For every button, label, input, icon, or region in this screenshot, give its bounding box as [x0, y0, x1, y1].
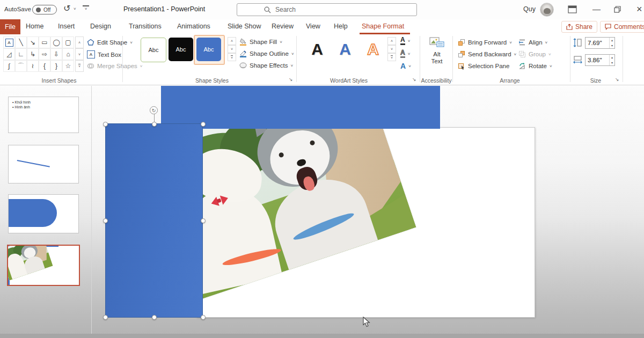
- text-outline-button[interactable]: A ˅: [400, 49, 410, 58]
- slide-thumbnail-1[interactable]: Khối hình Hình ảnh: [8, 97, 79, 133]
- user-avatar[interactable]: [540, 3, 554, 17]
- group-button[interactable]: Group˅: [518, 50, 551, 58]
- close-button[interactable]: ×: [636, 4, 642, 15]
- wordart-scroll-down-icon[interactable]: ˅: [387, 45, 396, 53]
- bring-forward-button[interactable]: Bring Forward˅: [458, 39, 512, 46]
- search-input[interactable]: Search: [237, 3, 417, 16]
- width-stepper[interactable]: ▴▾: [609, 55, 614, 65]
- shape-styles-dialog-launcher-icon[interactable]: ↘: [289, 77, 293, 82]
- share-button[interactable]: Share: [561, 21, 597, 33]
- gallery-star-icon[interactable]: ☆: [62, 60, 74, 72]
- send-backward-button[interactable]: Send Backward˅: [458, 50, 516, 58]
- tab-shape-format[interactable]: Shape Format: [362, 23, 404, 30]
- gallery-arc-icon[interactable]: ⌒: [15, 60, 27, 72]
- undo-dropdown-icon[interactable]: ˅: [74, 6, 76, 11]
- user-name[interactable]: Quy: [523, 5, 536, 13]
- thumbnail-panel-divider[interactable]: [91, 86, 92, 338]
- wordart-swatch-black[interactable]: A: [305, 38, 330, 61]
- tab-insert[interactable]: Insert: [58, 23, 75, 30]
- slide-thumbnail-2[interactable]: [8, 145, 79, 183]
- text-box-icon: A: [87, 50, 95, 58]
- gallery-scroll-up-icon[interactable]: ˄: [75, 36, 84, 48]
- text-fill-icon: A: [400, 36, 405, 45]
- shape-style-swatch-blue-selected[interactable]: Abc: [196, 38, 221, 61]
- gallery-oval-icon[interactable]: ◯: [50, 36, 62, 48]
- styles-more-icon[interactable]: ˅: [228, 53, 236, 61]
- shape-height-field[interactable]: ▴▾: [585, 37, 615, 49]
- slide-thumbnail-3[interactable]: [8, 194, 79, 233]
- edit-shape-button[interactable]: Edit Shape˅: [87, 39, 133, 46]
- wordart-more-icon[interactable]: ˅: [387, 53, 396, 61]
- quick-access-toolbar-icon[interactable]: ˅: [83, 5, 89, 11]
- merge-shapes-button[interactable]: Merge Shapes˅: [87, 62, 142, 70]
- minimize-button[interactable]: —: [592, 4, 601, 13]
- gallery-block-arrow-right-icon[interactable]: ⇨: [39, 48, 50, 60]
- gallery-pentagon-icon[interactable]: ⌂: [62, 48, 74, 60]
- resize-handle-mid-right[interactable]: [201, 218, 206, 223]
- height-stepper[interactable]: ▴▾: [609, 38, 614, 48]
- undo-icon[interactable]: ↺: [63, 3, 70, 13]
- text-fill-button[interactable]: A ˅: [400, 36, 410, 45]
- autosave-toggle[interactable]: Off: [32, 5, 57, 14]
- resize-handle-bottom-right[interactable]: [201, 315, 206, 320]
- gallery-more-icon[interactable]: ˅: [75, 60, 84, 72]
- resize-handle-top-left[interactable]: [103, 122, 108, 127]
- gallery-scribble-icon[interactable]: ∫: [3, 60, 15, 72]
- gallery-line-icon[interactable]: ╲: [15, 36, 27, 48]
- ribbon-display-options-icon[interactable]: [568, 5, 577, 13]
- tab-design[interactable]: Design: [90, 23, 111, 30]
- tab-file[interactable]: File: [0, 19, 20, 34]
- selection-pane-button[interactable]: Selection Pane: [458, 62, 509, 70]
- wordart-swatch-blue[interactable]: A: [333, 38, 357, 61]
- text-box-button[interactable]: A Text Box: [87, 50, 121, 58]
- resize-handle-bottom-left[interactable]: [103, 315, 108, 320]
- alt-text-button[interactable]: AltText: [424, 37, 450, 65]
- tab-home[interactable]: Home: [26, 23, 43, 30]
- rotate-button[interactable]: Rotate˅: [518, 62, 552, 70]
- restore-button[interactable]: [614, 6, 621, 13]
- resize-handle-top-right[interactable]: [201, 122, 206, 127]
- gallery-left-brace-icon[interactable]: {: [39, 60, 50, 72]
- tab-transitions[interactable]: Transitions: [129, 23, 162, 30]
- slide-thumbnail-4-selected[interactable]: [7, 245, 80, 286]
- shape-outline-button[interactable]: Shape Outline˅: [239, 50, 294, 57]
- tab-view[interactable]: View: [306, 23, 320, 30]
- blue-rectangle-shape-selected[interactable]: [105, 123, 203, 318]
- gallery-block-arrow-down-icon[interactable]: ⇩: [50, 48, 62, 60]
- gallery-elbow-icon[interactable]: ∟: [15, 48, 27, 60]
- tab-slide-show[interactable]: Slide Show: [228, 23, 261, 30]
- shape-width-field[interactable]: ▴▾: [585, 54, 615, 66]
- styles-scroll-down-icon[interactable]: ˅: [228, 45, 236, 53]
- tab-review[interactable]: Review: [272, 23, 294, 30]
- gallery-elbow-arrow-icon[interactable]: ↳: [27, 48, 39, 60]
- tab-animations[interactable]: Animations: [177, 23, 210, 30]
- align-button[interactable]: Align˅: [518, 39, 547, 46]
- rotate-handle[interactable]: ↻: [150, 106, 158, 114]
- resize-handle-top-center[interactable]: [152, 122, 157, 127]
- gallery-right-brace-icon[interactable]: }: [50, 60, 62, 72]
- wordart-swatch-orange[interactable]: A: [361, 38, 385, 61]
- gallery-rounded-rect-icon[interactable]: ▢: [62, 36, 74, 48]
- shape-style-swatch-outline[interactable]: Abc: [141, 38, 166, 62]
- gallery-curve-icon[interactable]: ≀: [27, 60, 39, 72]
- gallery-arrow-icon[interactable]: ↘: [27, 36, 39, 48]
- size-dialog-launcher-icon[interactable]: ↘: [615, 77, 619, 82]
- shape-gallery[interactable]: A ╲ ↘ ▭ ◯ ▢ ◿ ∟ ↳ ⇨ ⇩ ⌂ ∫ ⌒ ≀ { } ☆: [3, 36, 74, 72]
- wordart-scroll-up-icon[interactable]: ˄: [387, 37, 396, 45]
- tab-help[interactable]: Help: [334, 23, 348, 30]
- shape-effects-button[interactable]: Shape Effects˅: [239, 62, 293, 69]
- shape-fill-button[interactable]: Shape Fill˅: [239, 38, 282, 46]
- wordart-dialog-launcher-icon[interactable]: ↘: [412, 77, 416, 82]
- comments-button[interactable]: Comments: [600, 21, 644, 33]
- shape-height-input[interactable]: [586, 39, 609, 47]
- styles-scroll-up-icon[interactable]: ˄: [228, 37, 236, 45]
- shape-style-swatch-black[interactable]: Abc: [169, 38, 193, 61]
- text-effects-button[interactable]: A ˅: [400, 62, 411, 70]
- gallery-scroll-down-icon[interactable]: ˅: [75, 48, 84, 60]
- gallery-rectangle-icon[interactable]: ▭: [39, 36, 50, 48]
- resize-handle-mid-left[interactable]: [103, 218, 108, 223]
- gallery-triangle-icon[interactable]: ◿: [3, 48, 15, 60]
- gallery-textbox-icon[interactable]: A: [5, 39, 13, 47]
- shape-width-input[interactable]: [586, 56, 609, 64]
- resize-handle-bottom-center[interactable]: [152, 315, 157, 320]
